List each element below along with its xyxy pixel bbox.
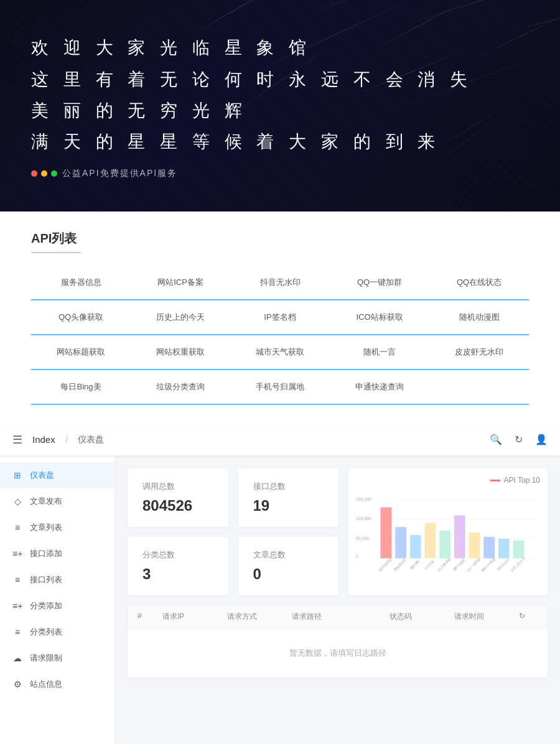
hero-title: 欢 迎 大 家 光 临 星 象 馆 这 里 有 着 无 论 何 时 永 远 不 …	[31, 32, 529, 158]
api-item-5[interactable]: QQ头像获取	[31, 300, 131, 335]
chart-title-text: API Top 10	[504, 476, 541, 485]
refresh-table-icon[interactable]: ↻	[519, 611, 538, 622]
table-empty: 暂无数据，请填写日志路径	[128, 629, 548, 677]
sidebar-item-article-list[interactable]: ≡ 文章列表	[0, 514, 114, 541]
table-header: # 请求IP 请求方式 请求路径 状态码 请求时间 ↻	[128, 605, 548, 629]
hero-subtitle-text: 公益API免费提供API服务	[62, 168, 177, 179]
api-item-15[interactable]: 每日Bing美	[31, 370, 131, 405]
sidebar-item-dashboard[interactable]: ⊞ 仪表盘	[0, 462, 114, 488]
api-grid: 服务器信息 网站ICP备案 抖音无水印 QQ一键加群 QQ在线状态 QQ头像获取…	[31, 266, 529, 405]
topbar: ☰ Index / 仪表盘 🔍 ↻ 👤	[0, 424, 560, 456]
svg-text:50,000: 50,000	[356, 536, 369, 541]
svg-text:抖音无水印: 抖音无水印	[496, 558, 510, 572]
api-item-13[interactable]: 随机一言	[330, 335, 429, 370]
sidebar-label-site-info: 站点信息	[30, 679, 62, 690]
article-list-icon: ≡	[12, 523, 22, 532]
sidebar-item-category-list[interactable]: ≡ 分类列表	[0, 619, 114, 645]
topbar-dashboard-label: 仪表盘	[78, 434, 104, 445]
api-item-19	[429, 370, 529, 405]
api-item-18[interactable]: 申通快递查询	[330, 370, 429, 405]
api-item-0[interactable]: 服务器信息	[31, 266, 131, 300]
svg-text:ICO站标: ICO站标	[424, 559, 435, 570]
chart-title: API Top 10	[356, 476, 540, 485]
svg-rect-17	[513, 541, 525, 559]
call-total-label: 调用总数	[142, 481, 213, 492]
menu-icon[interactable]: ☰	[12, 433, 22, 447]
svg-rect-8	[380, 508, 391, 559]
sidebar-label-request-limit: 请求限制	[30, 653, 62, 664]
call-total-value: 804526	[142, 497, 213, 514]
request-table: # 请求IP 请求方式 请求路径 状态码 请求时间 ↻ 暂无数据，请填写日志路径	[128, 605, 548, 677]
article-total-value: 0	[253, 565, 324, 583]
svg-rect-13	[454, 515, 465, 558]
svg-rect-11	[425, 523, 436, 558]
api-section-title: API列表	[31, 230, 529, 247]
api-item-11[interactable]: 网站权重获取	[131, 335, 230, 370]
svg-rect-10	[410, 535, 421, 558]
dot-yellow	[41, 170, 47, 177]
svg-text:150,000: 150,000	[356, 497, 371, 501]
site-info-icon: ⚙	[12, 679, 22, 689]
svg-text:随机动漫图: 随机动漫图	[452, 558, 465, 572]
request-limit-icon: ☁	[12, 653, 22, 663]
search-icon[interactable]: 🔍	[490, 434, 502, 445]
api-item-17[interactable]: 手机号归属地	[230, 370, 330, 405]
svg-text:网站ICP备案: 网站ICP备案	[480, 557, 496, 572]
sidebar-item-api-add[interactable]: ≡+ 接口添加	[0, 541, 114, 567]
col-status: 状态码	[390, 611, 454, 622]
svg-rect-15	[483, 537, 495, 559]
api-item-4[interactable]: QQ在线状态	[429, 266, 529, 300]
article-total-card: 文章总数 0	[238, 537, 339, 595]
api-item-3[interactable]: QQ一键加群	[330, 266, 429, 300]
chart-card: API Top 10 150,000 100,000 50,000 0	[348, 468, 548, 595]
api-list-icon: ≡	[12, 575, 22, 585]
sidebar-item-site-info[interactable]: ⚙ 站点信息	[0, 671, 114, 697]
api-item-6[interactable]: 历史上的今天	[131, 300, 230, 335]
api-item-2[interactable]: 抖音无水印	[230, 266, 330, 300]
sidebar-label-article-publish: 文章发布	[30, 496, 62, 507]
sidebar-label-dashboard: 仪表盘	[30, 470, 54, 481]
dashboard-wrapper: ☰ Index / 仪表盘 🔍 ↻ 👤 ⊞ 仪表盘 ◇ 文章发布 ≡ 文章列表	[0, 424, 560, 744]
dashboard-icon: ⊞	[12, 470, 22, 480]
api-total-value: 19	[253, 497, 324, 514]
api-item-9[interactable]: 随机动漫图	[429, 300, 529, 335]
category-total-value: 3	[142, 565, 213, 583]
category-total-label: 分类总数	[142, 549, 213, 560]
svg-rect-12	[439, 531, 450, 558]
svg-text:QQ头像获取: QQ头像获取	[436, 557, 451, 572]
user-icon[interactable]: 👤	[535, 434, 548, 445]
col-method: 请求方式	[227, 611, 292, 622]
api-item-10[interactable]: 网站标题获取	[31, 335, 131, 370]
category-add-icon: ≡+	[12, 601, 22, 611]
call-total-card: 调用总数 804526	[128, 468, 228, 527]
api-item-14[interactable]: 皮皮虾无水印	[429, 335, 529, 370]
sidebar-item-article-publish[interactable]: ◇ 文章发布	[0, 488, 114, 514]
main-content: 调用总数 804526 接口总数 19 分类总数 3	[115, 456, 560, 744]
svg-rect-16	[498, 539, 510, 559]
col-time: 请求时间	[454, 611, 519, 622]
svg-text:QQ一键加群: QQ一键加群	[466, 557, 481, 572]
api-item-7[interactable]: IP签名档	[230, 300, 330, 335]
api-item-8[interactable]: ICO站标获取	[330, 300, 429, 335]
chart-svg: 150,000 100,000 50,000 0	[356, 490, 540, 577]
sidebar-item-request-limit[interactable]: ☁ 请求限制	[0, 645, 114, 671]
api-total-card: 接口总数 19	[238, 468, 339, 527]
category-total-card: 分类总数 3	[128, 537, 228, 595]
dot-green	[51, 170, 57, 177]
svg-text:历史上的今天: 历史上的今天	[510, 557, 525, 572]
dashboard-area: ⊞ 仪表盘 ◇ 文章发布 ≡ 文章列表 ≡+ 接口添加 ≡ 接口列表 ≡+ 分类…	[0, 456, 560, 744]
api-total-label: 接口总数	[253, 481, 324, 492]
api-item-12[interactable]: 城市天气获取	[230, 335, 330, 370]
sidebar-item-category-add[interactable]: ≡+ 分类添加	[0, 593, 114, 619]
api-item-1[interactable]: 网站ICP备案	[131, 266, 230, 300]
topbar-index-label: Index	[32, 434, 55, 445]
sidebar: ⊞ 仪表盘 ◇ 文章发布 ≡ 文章列表 ≡+ 接口添加 ≡ 接口列表 ≡+ 分类…	[0, 456, 115, 744]
api-item-16[interactable]: 垃圾分类查询	[131, 370, 230, 405]
hero-section: 欢 迎 大 家 光 临 星 象 馆 这 里 有 着 无 论 何 时 永 远 不 …	[0, 0, 560, 212]
topbar-right: 🔍 ↻ 👤	[490, 434, 548, 445]
refresh-icon[interactable]: ↻	[515, 434, 523, 445]
sidebar-item-api-list[interactable]: ≡ 接口列表	[0, 567, 114, 593]
sidebar-label-api-add: 接口添加	[30, 548, 62, 559]
svg-text:服务获取: 服务获取	[409, 559, 420, 570]
svg-text:QQ在线状态: QQ在线状态	[378, 557, 393, 572]
